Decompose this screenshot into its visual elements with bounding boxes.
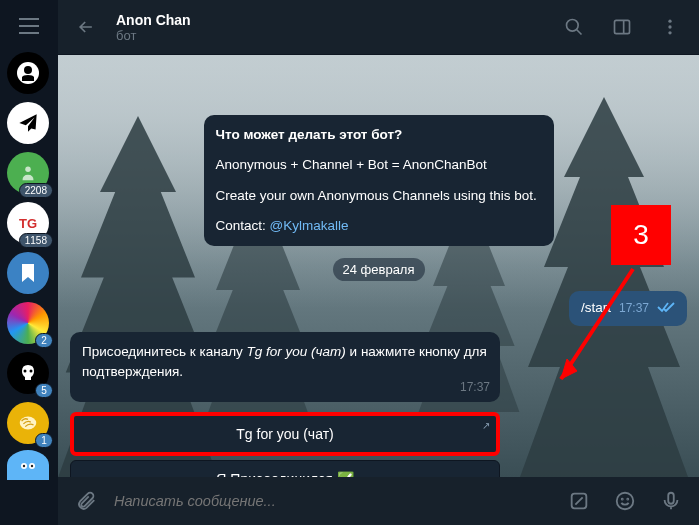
chat-subtitle: бот [116, 28, 543, 43]
chat-title-block[interactable]: Anon Chan бот [116, 12, 543, 43]
chat-list-item[interactable] [7, 102, 51, 146]
back-button[interactable] [70, 11, 102, 43]
more-button[interactable] [653, 10, 687, 44]
svg-rect-25 [668, 493, 674, 504]
message-text-em: Tg for you (чат) [247, 344, 346, 359]
message-time: 17:37 [460, 378, 490, 396]
chat-list-item[interactable] [7, 52, 51, 96]
more-vertical-icon [660, 17, 680, 37]
info-question: Что может делать этот бот? [216, 127, 403, 142]
unread-badge: 2 [35, 333, 53, 348]
mic-icon [660, 490, 682, 512]
sidebar: 2208 TG 1158 2 5 1 [0, 0, 58, 525]
svg-point-6 [24, 370, 27, 373]
chat-body: Что может делать этот бот? Anonymous + C… [58, 55, 699, 477]
contact-label: Contact: [216, 218, 270, 233]
search-icon [564, 17, 584, 37]
chat-header: Anon Chan бот [58, 0, 699, 55]
message-text-pre: Присоединитесь к каналу [82, 344, 247, 359]
incoming-message[interactable]: Присоединитесь к каналу Tg for you (чат)… [70, 332, 500, 403]
svg-point-5 [25, 167, 31, 173]
avatar [7, 252, 49, 294]
message-input[interactable] [114, 493, 551, 509]
main-panel: Anon Chan бот Что м [58, 0, 699, 525]
chat-title: Anon Chan [116, 12, 543, 28]
svg-rect-14 [615, 20, 630, 33]
chat-list-item[interactable]: 1 [7, 402, 51, 446]
svg-point-24 [627, 499, 628, 500]
svg-point-12 [31, 465, 33, 467]
svg-point-11 [23, 465, 25, 467]
emoji-button[interactable] [607, 483, 643, 519]
svg-point-7 [30, 370, 33, 373]
menu-button[interactable] [9, 6, 49, 46]
arrow-left-icon [76, 17, 96, 37]
message-input-bar [58, 477, 699, 525]
annotation-arrow [547, 263, 647, 393]
chat-list-item[interactable]: 5 [7, 352, 51, 396]
button-label: Tg for you (чат) [236, 426, 333, 442]
svg-point-22 [617, 493, 634, 510]
info-line: Anonymous + Channel + Bot = AnonChanBot [216, 155, 542, 175]
avatar [7, 450, 49, 480]
command-icon [568, 490, 590, 512]
chat-list-item[interactable]: TG 1158 [7, 202, 51, 246]
svg-point-17 [668, 25, 671, 28]
svg-point-16 [668, 20, 671, 23]
avatar [7, 102, 49, 144]
panel-icon [612, 17, 632, 37]
svg-rect-2 [19, 32, 39, 34]
external-link-icon: ↗ [482, 420, 490, 431]
inline-button-join-channel[interactable]: Tg for you (чат) ↗ [70, 412, 500, 456]
info-line: Create your own Anonymous Channels using… [216, 186, 542, 206]
paperclip-icon [75, 490, 97, 512]
chat-list-item[interactable]: 2208 [7, 152, 51, 196]
unread-badge: 1 [35, 433, 53, 448]
voice-button[interactable] [653, 483, 689, 519]
svg-marker-20 [561, 359, 577, 379]
chat-list-item[interactable] [7, 450, 51, 494]
avatar [7, 52, 49, 94]
read-status-icon [657, 297, 675, 320]
unread-badge: 5 [35, 383, 53, 398]
svg-point-13 [567, 20, 579, 32]
unread-badge: 2208 [19, 183, 53, 198]
smile-icon [614, 490, 636, 512]
svg-point-8 [20, 417, 37, 430]
annotation-number: 3 [611, 205, 671, 265]
svg-rect-1 [19, 25, 39, 27]
attach-button[interactable] [68, 483, 104, 519]
chat-list-item[interactable]: 2 [7, 302, 51, 346]
bot-keyboard-button[interactable] [561, 483, 597, 519]
inline-button-joined[interactable]: Я Присоединился ✅ [70, 460, 500, 477]
chat-list-item[interactable] [7, 252, 51, 296]
unread-badge: 1158 [19, 233, 53, 248]
checkmark-emoji: ✅ [337, 471, 354, 477]
svg-line-19 [561, 269, 633, 379]
sidepanel-button[interactable] [605, 10, 639, 44]
svg-rect-0 [19, 18, 39, 20]
button-label: Я Присоединился [216, 471, 336, 477]
bot-info-message[interactable]: Что может делать этот бот? Anonymous + C… [204, 115, 554, 246]
svg-point-18 [668, 31, 671, 34]
search-button[interactable] [557, 10, 591, 44]
contact-handle[interactable]: @Kylmakalle [270, 218, 349, 233]
date-separator: 24 февраля [333, 258, 425, 281]
svg-point-23 [622, 499, 623, 500]
hamburger-icon [19, 18, 39, 34]
svg-point-4 [24, 66, 32, 74]
